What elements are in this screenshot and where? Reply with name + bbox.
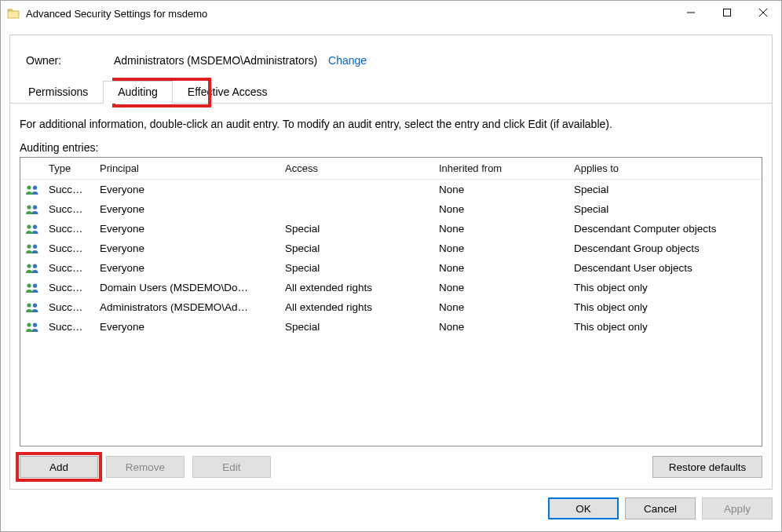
- cell-principal: Everyone: [93, 241, 279, 256]
- window-frame: Advanced Security Settings for msdemo Ow…: [0, 0, 782, 532]
- cell-principal: Everyone: [93, 221, 279, 236]
- cell-inherited: None: [433, 182, 568, 197]
- col-access[interactable]: Access: [279, 158, 433, 179]
- table-row[interactable]: Succ…EveryoneSpecialNoneDescendant Compu…: [20, 219, 762, 239]
- cancel-button[interactable]: Cancel: [625, 497, 696, 519]
- cell-principal: Domain Users (MSDEMO\Do…: [93, 280, 279, 295]
- table-row[interactable]: Succ…EveryoneNoneSpecial: [20, 180, 762, 199]
- svg-point-3: [27, 205, 31, 209]
- restore-defaults-button[interactable]: Restore defaults: [652, 456, 762, 478]
- titlebar[interactable]: Advanced Security Settings for msdemo: [1, 1, 781, 26]
- cell-access: Special: [279, 241, 433, 256]
- svg-point-16: [33, 322, 37, 326]
- cell-type: Succ…: [42, 261, 93, 275]
- cell-principal: Everyone: [93, 202, 279, 217]
- row-icon-cell: [20, 281, 42, 295]
- cell-inherited: None: [433, 241, 568, 256]
- col-type[interactable]: Type: [42, 158, 93, 179]
- owner-value: Administrators (MSDEMO\Administrators): [114, 54, 317, 67]
- add-button[interactable]: Add: [20, 456, 98, 478]
- tab-auditing[interactable]: Auditing: [103, 81, 173, 104]
- owner-label: Owner:: [26, 54, 114, 67]
- table-row[interactable]: Succ…Administrators (MSDEMO\Ad…All exten…: [20, 297, 762, 317]
- remove-button: Remove: [106, 456, 185, 478]
- cell-applies: This object only: [568, 300, 751, 315]
- table-row[interactable]: Succ…EveryoneSpecialNoneDescendant User …: [20, 258, 762, 278]
- row-icon-cell: [20, 242, 42, 256]
- table-row[interactable]: Succ…Domain Users (MSDEMO\Do…All extende…: [20, 278, 762, 297]
- folder-icon: [7, 7, 20, 20]
- cell-inherited: None: [433, 221, 568, 236]
- row-icon-cell: [20, 320, 42, 334]
- people-icon: [25, 243, 39, 254]
- close-button[interactable]: [745, 1, 781, 24]
- svg-point-11: [27, 283, 31, 287]
- svg-point-8: [33, 244, 37, 248]
- people-icon: [25, 263, 39, 274]
- svg-point-5: [27, 224, 31, 228]
- svg-point-15: [27, 322, 31, 326]
- change-owner-link[interactable]: Change: [328, 54, 367, 67]
- cell-access: Special: [279, 221, 433, 236]
- window-controls: [673, 1, 781, 26]
- cell-applies: Descendant Group objects: [568, 241, 751, 256]
- cell-applies: Special: [568, 202, 751, 217]
- svg-point-4: [33, 205, 37, 209]
- cell-type: Succ…: [42, 202, 93, 217]
- svg-rect-0: [724, 9, 731, 16]
- apply-button: Apply: [702, 497, 773, 519]
- svg-point-1: [27, 185, 31, 189]
- cell-type: Succ…: [42, 319, 93, 334]
- people-icon: [25, 322, 39, 333]
- cell-access: [279, 208, 433, 211]
- minimize-icon: [687, 9, 695, 16]
- cell-access: Special: [279, 261, 433, 275]
- people-icon: [25, 302, 39, 313]
- table-row[interactable]: Succ…EveryoneSpecialNoneDescendant Group…: [20, 239, 762, 258]
- cell-principal: Everyone: [93, 319, 279, 334]
- cell-inherited: None: [433, 202, 568, 217]
- cell-type: Succ…: [42, 221, 93, 236]
- cell-inherited: None: [433, 261, 568, 275]
- cell-type: Succ…: [42, 300, 93, 315]
- cell-inherited: None: [433, 319, 568, 334]
- cell-inherited: None: [433, 300, 568, 315]
- cell-applies: Descendant User objects: [568, 261, 751, 275]
- svg-point-2: [33, 185, 37, 189]
- close-icon: [759, 9, 767, 16]
- cell-applies: Special: [568, 182, 751, 197]
- svg-point-10: [33, 264, 37, 268]
- row-icon-cell: [20, 183, 42, 197]
- maximize-icon: [723, 9, 731, 16]
- svg-point-13: [27, 303, 31, 307]
- col-applies[interactable]: Applies to: [568, 158, 751, 179]
- cell-type: Succ…: [42, 241, 93, 256]
- svg-point-6: [33, 224, 37, 228]
- table-header: Type Principal Access Inherited from App…: [20, 158, 762, 180]
- cell-applies: This object only: [568, 280, 751, 295]
- people-icon: [25, 184, 39, 195]
- row-icon-cell: [20, 301, 42, 315]
- row-icon-cell: [20, 222, 42, 236]
- audit-entries-table: Type Principal Access Inherited from App…: [20, 157, 762, 446]
- svg-point-7: [27, 244, 31, 248]
- table-row[interactable]: Succ…EveryoneNoneSpecial: [20, 199, 762, 219]
- tab-effective-access[interactable]: Effective Access: [173, 81, 283, 103]
- people-icon: [25, 204, 39, 215]
- table-row[interactable]: Succ…EveryoneSpecialNoneThis object only: [20, 317, 762, 337]
- content-pane: Owner: Administrators (MSDEMO\Administra…: [9, 35, 773, 490]
- cell-access: All extended rights: [279, 280, 433, 295]
- ok-button[interactable]: OK: [548, 497, 619, 519]
- col-icon[interactable]: [20, 158, 42, 179]
- maximize-button[interactable]: [709, 1, 745, 24]
- tab-permissions[interactable]: Permissions: [13, 81, 103, 103]
- cell-applies: This object only: [568, 319, 751, 334]
- window-title: Advanced Security Settings for msdemo: [26, 8, 673, 20]
- entries-label: Auditing entries:: [20, 141, 762, 154]
- col-principal[interactable]: Principal: [93, 158, 279, 179]
- svg-point-12: [33, 283, 37, 287]
- col-inherited[interactable]: Inherited from: [433, 158, 568, 179]
- row-icon-cell: [20, 202, 42, 217]
- minimize-button[interactable]: [673, 1, 709, 24]
- info-text: For additional information, double-click…: [20, 118, 762, 130]
